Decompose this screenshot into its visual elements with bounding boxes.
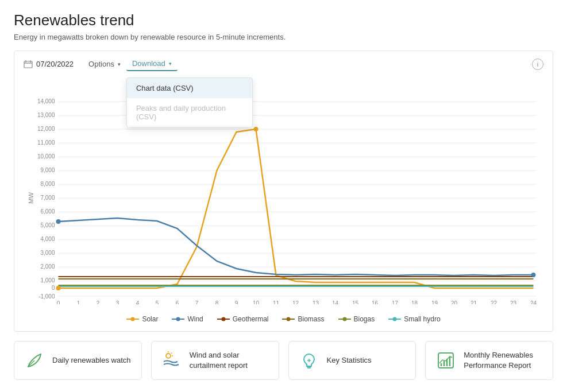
leaf-icon	[24, 350, 45, 371]
svg-text:2: 2	[97, 300, 100, 304]
wind-legend-icon	[172, 316, 184, 322]
svg-text:15: 15	[352, 300, 359, 304]
legend-biogas: Biogas	[338, 315, 375, 323]
svg-text:20: 20	[451, 300, 458, 304]
bulb-icon	[298, 350, 320, 371]
svg-text:7,000: 7,000	[40, 195, 55, 201]
chart-toolbar: 07/20/2022 Options ▾ Download ▾ Chart da…	[14, 51, 553, 77]
info-button[interactable]: i	[532, 59, 543, 70]
svg-text:5: 5	[156, 300, 159, 304]
svg-text:22: 22	[491, 300, 497, 304]
svg-text:0: 0	[57, 300, 60, 304]
svg-text:18: 18	[411, 300, 418, 304]
card-monthly-title: Monthly Renewables Performance Report	[464, 350, 543, 371]
svg-point-69	[287, 317, 291, 321]
wind-icon	[161, 350, 183, 371]
legend-small-hydro-label: Small hydro	[404, 315, 440, 323]
y-axis: MW 14,000 13,000 12,000 11,000 10,000 9,…	[28, 98, 55, 300]
svg-text:12: 12	[292, 300, 299, 304]
download-chevron-icon: ▾	[169, 61, 172, 67]
svg-text:8: 8	[215, 300, 219, 304]
date-picker[interactable]: 07/20/2022	[24, 60, 74, 68]
options-chevron-icon: ▾	[118, 61, 121, 67]
svg-point-74	[166, 354, 171, 358]
info-icon: i	[537, 61, 538, 68]
svg-text:0: 0	[52, 285, 55, 291]
card-statistics-title: Key Statistics	[327, 355, 372, 366]
legend-solar-label: Solar	[142, 315, 158, 323]
dropdown-item-csv[interactable]: Chart data (CSV)	[127, 78, 252, 98]
svg-text:3,000: 3,000	[40, 250, 55, 256]
legend-small-hydro: Small hydro	[388, 315, 440, 323]
svg-point-71	[342, 317, 346, 321]
svg-line-76	[171, 353, 172, 354]
wind-dot	[56, 219, 61, 224]
solar-line	[59, 129, 534, 288]
svg-text:1: 1	[77, 300, 80, 304]
svg-text:21: 21	[470, 300, 477, 304]
legend-wind: Wind	[172, 315, 203, 323]
svg-text:19: 19	[431, 300, 438, 304]
wind-end-dot	[531, 273, 536, 277]
download-dropdown: Chart data (CSV) Peaks and daily product…	[126, 77, 253, 127]
card-curtailment-title: Wind and solar curtailment report	[190, 350, 269, 371]
options-label: Options	[88, 60, 114, 68]
legend-biomass-label: Biomass	[298, 315, 324, 323]
svg-text:13: 13	[313, 300, 319, 304]
chart-area: MW 14,000 13,000 12,000 11,000 10,000 9,…	[14, 77, 553, 311]
bottom-cards: Daily renewables watch Wind and solar cu…	[14, 341, 553, 380]
legend-geothermal-label: Geothermal	[233, 315, 269, 323]
svg-text:1,000: 1,000	[40, 277, 55, 284]
svg-text:11,000: 11,000	[37, 139, 55, 146]
svg-text:24: 24	[530, 300, 537, 304]
svg-text:11: 11	[273, 300, 280, 304]
biogas-legend-icon	[338, 316, 351, 322]
dropdown-item-peaks: Peaks and daily production (CSV)	[127, 98, 252, 127]
svg-point-63	[131, 317, 135, 321]
grid-lines	[59, 102, 537, 296]
svg-text:23: 23	[510, 300, 517, 304]
svg-text:3: 3	[116, 300, 119, 304]
svg-text:16: 16	[372, 300, 379, 304]
legend-solar: Solar	[126, 315, 158, 323]
options-button[interactable]: Options ▾	[83, 57, 126, 71]
chart-icon	[435, 350, 457, 371]
svg-text:9,000: 9,000	[40, 167, 55, 173]
svg-text:10,000: 10,000	[37, 153, 55, 160]
svg-text:10: 10	[253, 300, 260, 304]
svg-text:12,000: 12,000	[37, 126, 55, 132]
page-title: Renewables trend	[14, 11, 553, 29]
svg-point-65	[176, 317, 180, 321]
solar-peak-dot	[254, 127, 259, 131]
svg-point-73	[393, 317, 397, 321]
svg-text:6: 6	[176, 300, 179, 304]
card-daily[interactable]: Daily renewables watch	[14, 341, 142, 380]
svg-text:4: 4	[136, 300, 140, 304]
biomass-legend-icon	[282, 316, 295, 322]
solar-dot	[56, 286, 61, 290]
page-subtitle: Energy in megawatts broken down by renew…	[14, 33, 553, 41]
svg-text:14,000: 14,000	[37, 98, 55, 104]
svg-text:6,000: 6,000	[40, 208, 55, 215]
svg-text:9: 9	[235, 300, 238, 304]
date-value: 07/20/2022	[36, 60, 74, 68]
chart-svg: MW 14,000 13,000 12,000 11,000 10,000 9,…	[24, 86, 543, 304]
card-monthly[interactable]: Monthly Renewables Performance Report	[425, 341, 553, 380]
svg-text:4,000: 4,000	[40, 236, 55, 242]
chart-container: 07/20/2022 Options ▾ Download ▾ Chart da…	[14, 51, 553, 332]
legend-geothermal: Geothermal	[217, 315, 269, 323]
small-hydro-legend-icon	[388, 316, 401, 322]
chart-legend: Solar Wind Geothermal Biomass Biogas Sma…	[14, 311, 553, 331]
download-button[interactable]: Download ▾	[126, 57, 178, 71]
card-statistics[interactable]: Key Statistics	[288, 341, 416, 380]
legend-biomass: Biomass	[282, 315, 324, 323]
card-curtailment[interactable]: Wind and solar curtailment report	[151, 341, 279, 380]
card-daily-title: Daily renewables watch	[52, 355, 131, 366]
svg-text:17: 17	[392, 300, 399, 304]
legend-biogas-label: Biogas	[354, 315, 375, 323]
download-btn-wrap: Download ▾ Chart data (CSV) Peaks and da…	[126, 57, 178, 71]
solar-legend-icon	[126, 316, 139, 322]
svg-point-67	[221, 317, 225, 321]
svg-text:14: 14	[332, 300, 339, 304]
download-label: Download	[132, 59, 165, 68]
